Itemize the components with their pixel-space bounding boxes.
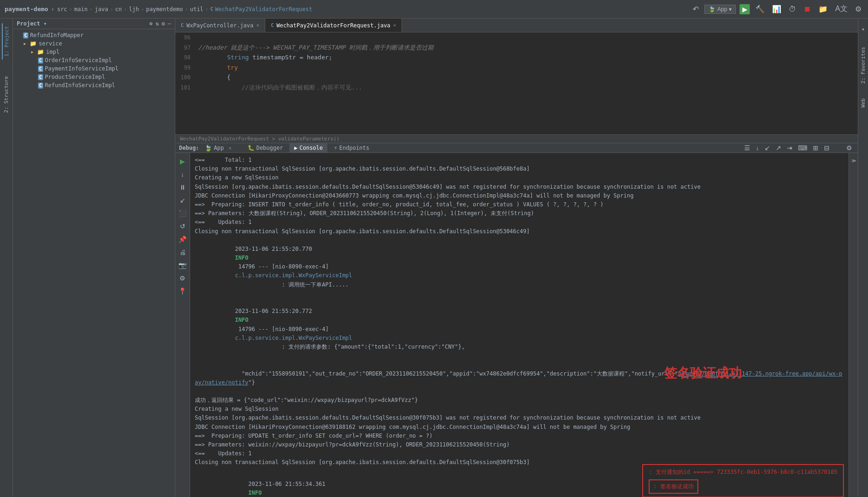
service-folder-label: service <box>38 40 62 47</box>
code-area: 96 97 //header 就是这个---> WECHAT_PAY_TIMES… <box>175 32 858 134</box>
close-active-tab-icon[interactable]: × <box>393 22 396 28</box>
console-line: ==> Preparing: INSERT INTO t_order_info … <box>195 200 844 209</box>
run-button[interactable]: ▶ <box>740 4 750 14</box>
list-item[interactable]: C RefundInfoServiceImpl <box>13 81 175 89</box>
panel-title: Project ▾ <box>17 20 47 27</box>
filter-button[interactable]: ☰ <box>742 143 752 153</box>
console-output[interactable]: <== Total: 1 Closing non transactional S… <box>190 153 849 497</box>
code-line: 101 //这块代码由于截图被截断，内容不可见... <box>175 83 858 93</box>
favorites-tab[interactable]: ★ <box>861 23 866 35</box>
debug-pin2-button[interactable]: 📍 <box>177 286 188 297</box>
profile-button[interactable]: ⏱ <box>787 4 798 14</box>
sign-verify-result-box: : 支付通知的id =====> 723335fc-0eb1-5976-b8c0… <box>642 464 844 497</box>
sort-icon[interactable]: ⇅ <box>155 20 159 27</box>
resume-button[interactable]: ▶ <box>177 156 188 167</box>
sidebar-item-project[interactable]: 1: Project <box>2 23 11 59</box>
project-title: payment-demo <box>5 6 48 13</box>
stop-debug-button[interactable]: ⬛ <box>177 208 188 219</box>
console-line: <== Updates: 1 <box>195 218 844 227</box>
class-icon: C <box>38 74 43 80</box>
list-item[interactable]: ▸ 📁 impl <box>13 48 175 56</box>
close-debug-icon[interactable]: × <box>229 145 232 151</box>
class-icon: C <box>38 66 43 72</box>
code-line: 96 <box>175 32 858 43</box>
debug-body: ▶ ↓ ⏸ ↙ ⬛ ↺ 📌 🖨 📷 ⚙ 📍 <== Total: 1 Closi… <box>175 153 858 497</box>
console-line: "mchid":"1558950191","out_trade_no":"ORD… <box>195 360 844 396</box>
tab-wxpaycontroller[interactable]: C WxPayController.java × <box>175 19 265 32</box>
notify-url-link[interactable]: https://056f-58-63-147-25.ngrok-free.app… <box>195 370 842 386</box>
console-line: <== Updates: 1 <box>195 449 844 458</box>
pause-button[interactable]: ⏸ <box>177 182 188 193</box>
console-line: Creating a new SqlSession <box>195 405 844 414</box>
console-line: SqlSession [org.apache.ibatis.session.de… <box>195 183 844 191</box>
list-item[interactable]: C PaymentInfoServiceImpl <box>13 64 175 73</box>
file-tree: C RefundInfoMapper ▸ 📁 service ▸ 📁 impl … <box>13 29 175 497</box>
class-icon: C <box>38 57 43 64</box>
sidebar-item-structure[interactable]: 2: Structure <box>2 73 10 115</box>
close-tab-icon[interactable]: × <box>256 22 260 28</box>
debug-settings-button[interactable]: ⚙ <box>177 273 188 284</box>
update-button[interactable]: 📁 <box>817 4 830 14</box>
tab-wechatpay2validator[interactable]: C WechatPay2ValidatorForRequest.java × <box>265 19 402 32</box>
payment-id-line: : 支付通知的id =====> 723335fc-0eb1-5976-b8c0… <box>649 468 837 477</box>
web-browser-tab[interactable]: Web <box>859 96 867 110</box>
debugger-icon: 🐛 <box>248 145 255 151</box>
console-line: 2023-11-06 21:55:20.772 INFO 14796 --- [… <box>195 298 844 360</box>
right-edge-panel: ≫ <box>849 153 858 497</box>
main-layout: 1: Project 2: Structure Project ▾ ⊕ ⇅ ⚙ … <box>0 19 868 497</box>
code-line: 100 { <box>175 72 858 83</box>
console-line: ==> Preparing: UPDATE t_order_info SET c… <box>195 432 844 440</box>
add-icon[interactable]: ⊕ <box>149 20 153 27</box>
settings-debug-button[interactable]: ⚙ <box>844 143 854 153</box>
stop-button[interactable]: ⏹ <box>802 4 813 14</box>
settings-button[interactable]: ⚙ <box>853 4 863 14</box>
console-line: SqlSession [org.apache.ibatis.session.de… <box>195 414 844 422</box>
web-tab[interactable]: 2: Favorites <box>859 44 867 86</box>
gear-icon[interactable]: ⚙ <box>162 20 165 27</box>
rerun-button[interactable]: ↺ <box>177 221 188 232</box>
breadcrumb-bar: WechatPay2ValidatorForRequest > validate… <box>175 134 858 143</box>
step-out-button[interactable]: ↗ <box>774 143 783 153</box>
variables-button[interactable]: ⊟ <box>822 143 831 153</box>
translate-button[interactable]: A文 <box>833 3 849 15</box>
tab-debugger[interactable]: 🐛 Debugger <box>243 143 288 153</box>
list-item[interactable]: C ProductServiceImpl <box>13 73 175 81</box>
minimize-icon[interactable]: — <box>168 20 171 27</box>
sign-success-overlay: 签名验证成功 <box>664 363 742 384</box>
code-line: 99 try <box>175 63 858 73</box>
toolbar-actions: ↶ 🍃 App ▾ ▶ 🔨 📊 ⏱ ⏹ 📁 A文 ⚙ <box>691 3 863 15</box>
app-run-config[interactable]: 🍃 App ▾ <box>704 5 736 14</box>
debug-camera-button[interactable]: 📷 <box>177 260 188 271</box>
panel-icons: ⊕ ⇅ ⚙ — <box>149 20 171 27</box>
evaluate-button[interactable]: ⌨ <box>796 143 809 153</box>
coverage-button[interactable]: 📊 <box>770 4 783 14</box>
class-icon: C <box>23 32 28 38</box>
debug-print-button[interactable]: 🖨 <box>177 247 188 258</box>
step-over-side-button[interactable]: ↓ <box>177 169 188 180</box>
step-into-side-button[interactable]: ↙ <box>177 195 188 206</box>
console-line: JDBC Connection [HikariProxyConnection@6… <box>195 423 844 432</box>
list-item[interactable]: C RefundInfoMapper <box>13 31 175 39</box>
console-line: Creating a new SqlSession <box>195 173 844 182</box>
back-button[interactable]: ↶ <box>691 4 701 14</box>
class-icon: C <box>38 83 43 89</box>
app-debug-icon: 🍃 <box>204 145 212 152</box>
editor-tabs: C WxPayController.java × C WechatPay2Val… <box>175 19 858 32</box>
debug-pin-button[interactable]: 📌 <box>177 234 188 245</box>
tab-console[interactable]: ▶ Console <box>289 143 327 153</box>
frames-button[interactable]: ⊞ <box>811 143 820 153</box>
console-line: ==> Parameters: 大数据课程(String), ORDER_202… <box>195 209 844 218</box>
breadcrumb: src › main › java › cn › ljh › paymentde… <box>57 6 312 13</box>
left-panel: Project ▾ ⊕ ⇅ ⚙ — C RefundInfoMapper ▸ 📁… <box>13 19 175 497</box>
step-into-button[interactable]: ↙ <box>763 143 772 153</box>
expand-right-button[interactable]: ≫ <box>848 155 858 166</box>
build-button[interactable]: 🔨 <box>753 4 766 14</box>
list-item[interactable]: ▸ 📁 service <box>13 39 175 48</box>
list-item[interactable]: C OrderInfoServiceImpl <box>13 56 175 64</box>
panel-header: Project ▾ ⊕ ⇅ ⚙ — <box>13 19 175 29</box>
tab-endpoints[interactable]: ⚡ Endpoints <box>329 143 374 153</box>
sign-verify-text: : 签名验证成功 <box>653 483 693 490</box>
run-cursor-button[interactable]: ⇥ <box>785 143 794 153</box>
debug-toolbar: Debug: 🍃 App × 🐛 Debugger ▶ Console ⚡ En… <box>175 143 858 153</box>
step-over-button[interactable]: ↓ <box>754 143 761 153</box>
